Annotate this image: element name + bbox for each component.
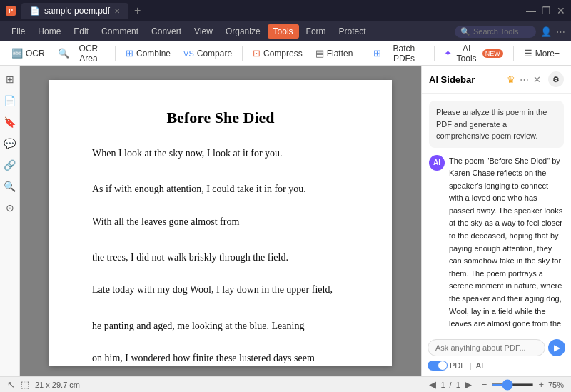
- stanza-1: When I look at the sky now, I look at it…: [92, 144, 349, 198]
- poem-line: [92, 162, 349, 180]
- stanza-3: Late today with my dog Wool, I lay down …: [92, 281, 349, 335]
- poem-line: the trees, I did not walk briskly throug…: [92, 248, 349, 266]
- sidebar-comment-icon[interactable]: 💬: [2, 136, 18, 151]
- combine-label: Combine: [136, 49, 171, 59]
- poem-line: on him, I wondered how finite these lust…: [92, 349, 349, 367]
- tab-sample-poem[interactable]: 📄 sample poem.pdf ✕: [21, 3, 128, 19]
- zoom-slider[interactable]: [491, 383, 534, 386]
- more-label: More+: [535, 49, 560, 59]
- ai-sidebar-more-icon[interactable]: ⋯: [520, 74, 529, 85]
- ai-sidebar-close-icon[interactable]: ✕: [533, 74, 541, 85]
- poem-line: [92, 298, 349, 316]
- minimize-button[interactable]: —: [526, 5, 536, 16]
- separator-2: [242, 46, 243, 61]
- sidebar-thumbnail-icon[interactable]: 📄: [2, 93, 18, 109]
- ocr-icon: 🔤: [11, 48, 23, 59]
- menu-file[interactable]: File: [6, 24, 31, 39]
- main-area: ⊞ 📄 🔖 💬 🔗 🔍 ⊙ Before She Died When I loo…: [0, 66, 571, 376]
- batch-pdf-button[interactable]: ⊞ Batch PDFs: [368, 41, 429, 66]
- ai-tools-button[interactable]: ✦ AI Tools NEW: [438, 41, 508, 66]
- left-sidebar: ⊞ 📄 🔖 💬 🔗 🔍 ⊙: [0, 66, 20, 376]
- menu-form[interactable]: Form: [300, 24, 332, 39]
- stanza-4: on him, I wondered how finite these lust…: [92, 349, 349, 376]
- compare-icon: VS: [183, 49, 194, 58]
- menu-bar: File Home Edit Comment Convert View Orga…: [0, 21, 571, 41]
- tab-label: sample poem.pdf: [44, 6, 110, 16]
- ai-toggle[interactable]: AI: [476, 361, 483, 370]
- ai-sidebar-header: AI Sidebar ♛ ⋯ ✕ ⚙: [422, 66, 571, 94]
- ai-content-area[interactable]: Please analyze this poem in the PDF and …: [422, 94, 571, 333]
- flatten-label: Flatten: [327, 49, 353, 59]
- ocr-label: OCR: [26, 49, 45, 59]
- ai-input-area: ▶ PDF | AI: [422, 333, 571, 376]
- pdf-area[interactable]: Before She Died When I look at the sky n…: [20, 66, 421, 376]
- compare-label: Compare: [197, 49, 232, 59]
- zoom-in-button[interactable]: +: [538, 379, 544, 390]
- separator-3: [363, 46, 363, 61]
- menu-edit[interactable]: Edit: [68, 24, 94, 39]
- ai-sidebar-controls: ♛ ⋯ ✕: [507, 74, 541, 85]
- compare-button[interactable]: VS Compare: [178, 46, 238, 61]
- sidebar-search-icon[interactable]: 🔍: [2, 179, 18, 194]
- poem-line: he panting and aged, me looking at the b…: [92, 317, 349, 335]
- user-message-text: Please analyze this poem in the PDF and …: [436, 108, 547, 140]
- pdf-toggle[interactable]: PDF: [428, 361, 465, 371]
- add-tab-button[interactable]: +: [134, 4, 141, 17]
- compress-icon: ⊡: [253, 48, 261, 59]
- pdf-toggle-switch[interactable]: [428, 361, 448, 371]
- cursor-tool-icon[interactable]: ↖: [7, 379, 15, 390]
- flatten-button[interactable]: ▤ Flatten: [310, 45, 359, 61]
- settings-icon[interactable]: ⋯: [556, 26, 565, 37]
- sidebar-link-icon[interactable]: 🔗: [2, 157, 18, 173]
- prev-page-button[interactable]: ◀: [429, 379, 436, 390]
- ai-sidebar-crown-icon[interactable]: ♛: [507, 74, 515, 85]
- menu-view[interactable]: View: [188, 24, 218, 39]
- status-left: ↖ ⬚ 21 x 29.7 cm: [7, 379, 80, 390]
- compress-button[interactable]: ⊡ Compress: [247, 45, 308, 61]
- menu-tools[interactable]: Tools: [268, 24, 299, 39]
- separator-4: [434, 46, 435, 61]
- poem-line: Late today with my dog Wool, I lay down …: [92, 281, 349, 298]
- more-button[interactable]: ☰ More+: [518, 45, 565, 61]
- stanza-2: With all the leaves gone almost from the…: [92, 213, 349, 267]
- sidebar-layer-icon[interactable]: ⊙: [2, 200, 18, 216]
- tab-close-icon[interactable]: ✕: [114, 7, 120, 15]
- page-separator: /: [450, 381, 452, 389]
- poem-line: As if with enough attention, I could tak…: [92, 180, 349, 198]
- account-icon[interactable]: 👤: [540, 26, 552, 37]
- search-tools-input[interactable]: [473, 27, 530, 36]
- page-number: 1: [440, 381, 445, 389]
- zoom-out-button[interactable]: −: [482, 379, 487, 390]
- ai-sidebar-title: AI Sidebar: [429, 74, 502, 85]
- ai-tools-badge: NEW: [482, 49, 503, 58]
- menu-organize[interactable]: Organize: [220, 24, 266, 39]
- menu-comment[interactable]: Comment: [96, 24, 144, 39]
- maximize-button[interactable]: ❐: [542, 5, 551, 16]
- ai-chat-input[interactable]: [428, 339, 545, 356]
- menu-convert[interactable]: Convert: [146, 24, 187, 39]
- menu-home[interactable]: Home: [32, 24, 66, 39]
- poem-line: [92, 367, 349, 376]
- close-button[interactable]: ✕: [557, 5, 565, 16]
- pdf-page: Before She Died When I look at the sky n…: [49, 80, 392, 366]
- menu-protect[interactable]: Protect: [333, 24, 372, 39]
- select-tool-icon[interactable]: ⬚: [21, 379, 29, 390]
- ai-avatar: AI: [429, 155, 445, 171]
- sidebar-home-icon[interactable]: ⊞: [2, 71, 18, 87]
- ai-tools-label: AI Tools: [455, 44, 477, 64]
- ai-toggle-row: PDF | AI: [428, 361, 565, 371]
- ocr-area-button[interactable]: 🔍 OCR Area: [52, 41, 111, 66]
- zoom-level: 75%: [548, 381, 564, 389]
- next-page-button[interactable]: ▶: [465, 379, 472, 390]
- ocr-button[interactable]: 🔤 OCR: [6, 45, 51, 61]
- poem-line: With all the leaves gone almost from: [92, 213, 349, 231]
- combine-button[interactable]: ⊞ Combine: [120, 45, 176, 61]
- ocr-area-label: OCR Area: [72, 44, 105, 64]
- ai-settings-icon[interactable]: ⚙: [548, 71, 564, 87]
- toolbar: 🔤 OCR 🔍 OCR Area ⊞ Combine VS Compare ⊡ …: [0, 41, 571, 66]
- separator-5: [513, 46, 514, 61]
- sidebar-bookmark-icon[interactable]: 🔖: [2, 114, 18, 130]
- ai-send-button[interactable]: ▶: [548, 339, 565, 356]
- window-controls: — ❐ ✕: [526, 5, 565, 16]
- ai-input-row: ▶: [428, 339, 565, 356]
